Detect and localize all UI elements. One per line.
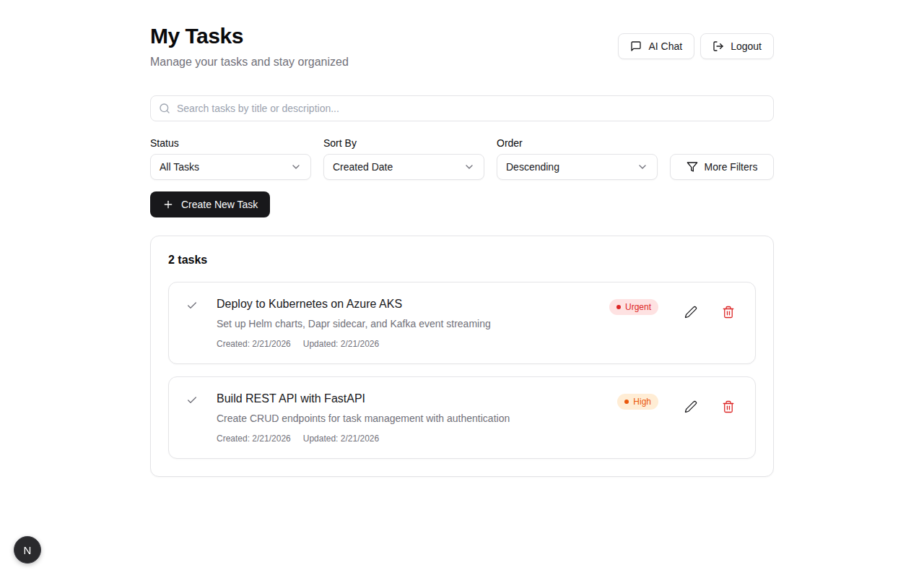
task-title: Build REST API with FastAPI: [217, 392, 606, 405]
status-filter-label: Status: [150, 137, 311, 149]
task-card: Deploy to Kubernetes on Azure AKS Set up…: [168, 282, 756, 364]
delete-task-button[interactable]: [719, 397, 738, 416]
task-content: Deploy to Kubernetes on Azure AKS Set up…: [217, 297, 598, 349]
task-updated-date: Updated: 2/21/2026: [303, 339, 379, 349]
priority-label: Urgent: [625, 302, 651, 312]
trash-icon: [722, 306, 735, 319]
chat-bubble-icon: [630, 40, 642, 52]
sort-by-filter-group: Sort By Created Date: [323, 137, 484, 180]
status-select[interactable]: All Tasks: [150, 154, 311, 180]
task-card: Build REST API with FastAPI Create CRUD …: [168, 376, 756, 459]
sort-by-filter-label: Sort By: [323, 137, 484, 149]
create-new-task-button[interactable]: Create New Task: [150, 191, 270, 217]
chevron-down-icon: [463, 161, 475, 173]
task-meta: Created: 2/21/2026 Updated: 2/21/2026: [217, 434, 606, 444]
order-select[interactable]: Descending: [497, 154, 658, 180]
main-container: My Tasks Manage your tasks and stay orga…: [150, 0, 774, 477]
create-new-task-label: Create New Task: [181, 199, 258, 210]
task-description: Create CRUD endpoints for task managemen…: [217, 413, 606, 425]
task-actions: High: [617, 392, 738, 416]
pencil-icon: [684, 306, 697, 319]
pencil-icon: [684, 400, 697, 413]
delete-task-button[interactable]: [719, 303, 738, 322]
title-block: My Tasks Manage your tasks and stay orga…: [150, 23, 349, 69]
task-description: Set up Helm charts, Dapr sidecar, and Ka…: [217, 318, 598, 330]
plus-icon: [162, 199, 174, 210]
ai-chat-button[interactable]: AI Chat: [618, 33, 694, 59]
filters-row: Status All Tasks Sort By Created Date Or…: [150, 137, 774, 180]
edit-task-button[interactable]: [681, 303, 700, 322]
task-actions: Urgent: [609, 297, 738, 322]
status-select-value: All Tasks: [160, 161, 199, 173]
sort-by-select[interactable]: Created Date: [323, 154, 484, 180]
search-input[interactable]: [150, 95, 774, 121]
task-title: Deploy to Kubernetes on Azure AKS: [217, 297, 598, 311]
order-filter-label: Order: [497, 137, 658, 149]
sort-by-select-value: Created Date: [333, 161, 393, 173]
logout-button[interactable]: Logout: [700, 33, 774, 59]
complete-task-button[interactable]: [186, 394, 198, 406]
complete-task-button[interactable]: [186, 300, 198, 311]
logout-label: Logout: [731, 40, 762, 52]
check-icon: [186, 300, 198, 311]
trash-icon: [722, 400, 735, 413]
task-list-panel: 2 tasks Deploy to Kubernetes on Azure AK…: [150, 236, 774, 477]
logout-icon: [712, 40, 724, 52]
chevron-down-icon: [290, 161, 302, 173]
header-actions: AI Chat Logout: [618, 33, 774, 59]
check-icon: [186, 394, 198, 406]
priority-badge: High: [617, 394, 658, 410]
ai-chat-label: AI Chat: [648, 40, 682, 52]
page-title: My Tasks: [150, 23, 349, 49]
priority-label: High: [633, 397, 651, 407]
status-filter-group: Status All Tasks: [150, 137, 311, 180]
task-created-date: Created: 2/21/2026: [217, 339, 291, 349]
page-subtitle: Manage your tasks and stay organized: [150, 56, 349, 69]
more-filters-button[interactable]: More Filters: [670, 154, 774, 180]
dev-tools-button[interactable]: N: [14, 536, 41, 564]
priority-badge: Urgent: [609, 299, 658, 315]
order-filter-group: Order Descending: [497, 137, 658, 180]
filter-funnel-icon: [687, 161, 698, 173]
search-icon: [159, 103, 170, 114]
priority-dot-icon: [616, 305, 621, 309]
edit-task-button[interactable]: [681, 397, 700, 416]
chevron-down-icon: [637, 161, 648, 173]
task-created-date: Created: 2/21/2026: [217, 434, 291, 444]
page-header: My Tasks Manage your tasks and stay orga…: [150, 23, 774, 69]
more-filters-label: More Filters: [705, 161, 758, 173]
task-updated-date: Updated: 2/21/2026: [303, 434, 379, 444]
task-count: 2 tasks: [168, 254, 756, 267]
search-bar: [150, 95, 774, 121]
task-meta: Created: 2/21/2026 Updated: 2/21/2026: [217, 339, 598, 349]
order-select-value: Descending: [506, 161, 559, 173]
priority-dot-icon: [624, 400, 629, 404]
task-content: Build REST API with FastAPI Create CRUD …: [217, 392, 606, 444]
